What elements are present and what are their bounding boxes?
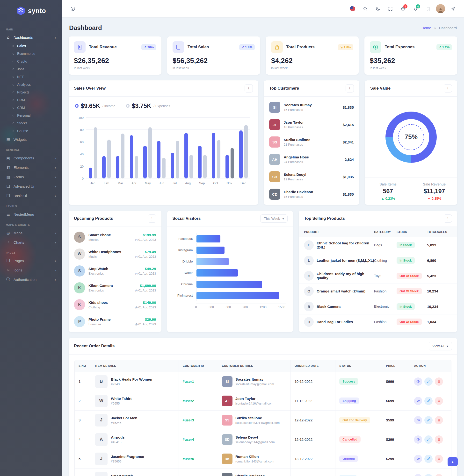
column-header: ACTION [410,360,451,372]
customer-row[interactable]: CD Charlie Davieson 15 Purchases $1,835 [264,186,359,203]
order-table-row[interactable]: 5 J Jasmine Fragrance#35656 #user5 RK Ro… [75,449,451,468]
view-order-button[interactable] [414,474,422,476]
sidebar-item-authentication[interactable]: ⓘAuthentication› [0,275,62,284]
order-table-row[interactable]: 6 S Smart Watch#622545 #user6 CD Charlie… [75,468,451,476]
sidebar-item-advanced-ui[interactable]: ❏Advanced Ui› [0,182,62,191]
top-selling-row[interactable]: H Hand Bag For Ladies Fashion Out Of Sto… [299,314,457,330]
week-filter-select[interactable]: This Week ▾ [260,215,288,223]
edit-order-button[interactable] [424,435,433,444]
order-table-row[interactable]: 4 A Airpods#45415 #user4 SD Selena Deoyl… [75,430,451,449]
upcoming-product-row[interactable]: S Smart Phone Mobiles $199.99 01 Apr, 20… [69,229,161,246]
view-order-button[interactable] [414,435,422,444]
sidebar-item-icons[interactable]: ☺Icons› [0,265,62,275]
customer-row[interactable]: JT Json Taylor 18 Purchases $2,415 [264,116,359,133]
sidebar-subitem-crm[interactable]: CRM [0,104,62,112]
upcoming-product-row[interactable]: W White Headphones Music $79.49 01 Apr, … [69,246,161,262]
cart-icon[interactable]: 4 [398,4,407,13]
sidebar-subitem-sales[interactable]: Sales [0,42,62,50]
month-bar-group [171,118,179,178]
sidebar-item-charts[interactable]: ◔Charts› [0,238,62,247]
top-selling-row[interactable]: O Orange smart watch (24mm) Fashion Out … [299,283,457,299]
language-flag-icon[interactable] [348,4,357,13]
sidebar-toggle-icon[interactable] [68,4,77,13]
ordered-date: 13-12-2022 [291,468,335,476]
item-name: Jacket For Men [111,416,137,420]
breadcrumb-home-link[interactable]: Home [421,26,431,30]
scroll-to-top-button[interactable]: ▲ [448,457,458,466]
upcoming-products-panel: Upcoming Products S Smart Phone Mobiles … [69,211,161,332]
sidebar-item-widgets[interactable]: ▦Widgets [0,135,62,144]
sidebar-item-forms[interactable]: ▤Forms› [0,172,62,182]
bookmark-icon[interactable] [423,4,433,13]
notifications-bell-icon[interactable]: 4 [411,4,420,13]
sidebar-item-components[interactable]: ▣Components› [0,153,62,163]
upcoming-product-row[interactable]: P Photo Frame Furniture $29.99 01 Apr, 2… [69,313,161,330]
chevron-right-icon: › [55,175,56,179]
sidebar-subitem-hrm[interactable]: HRM [0,96,62,104]
sidebar-item-basic-ui[interactable]: ❐Basic Ui› [0,191,62,200]
sidebar-subitem-analytics[interactable]: Analytics [0,81,62,88]
sidebar-subitem-personal[interactable]: Personal [0,112,62,119]
delete-order-button[interactable] [435,377,443,386]
delete-order-button[interactable] [435,416,443,424]
edit-order-button[interactable] [424,416,433,424]
top-selling-row[interactable]: E Ethnic School bag for children (24L) B… [299,237,457,253]
sidebar-subitem-stocks[interactable]: Stocks [0,119,62,127]
dark-mode-moon-icon[interactable] [373,4,382,13]
edit-order-button[interactable] [424,377,433,386]
sidebar-item-elements[interactable]: ◧Elements› [0,163,62,172]
edit-order-button[interactable] [424,474,433,476]
view-all-button[interactable]: View All ▾ [429,342,452,350]
settings-gear-icon[interactable] [449,4,458,13]
sidebar-subitem-projects[interactable]: Projects [0,88,62,96]
income-bar [198,146,202,178]
customer-row[interactable]: AH Angelina Hose 24 Purchases 2,624 [264,151,359,168]
delete-order-button[interactable] [435,397,443,405]
user-avatar[interactable] [436,4,445,13]
delete-order-button[interactable] [435,455,443,463]
delete-order-button[interactable] [435,435,443,444]
view-order-button[interactable] [414,377,422,386]
sidebar-subitem-label: NFT [17,75,24,79]
sidebar-subitem-course[interactable]: Course [0,127,62,135]
upcoming-product-row[interactable]: K Kids shoes Clothing $149.00 01 Apr, 20… [69,296,161,313]
sidebar-subitem-nft[interactable]: NFT [0,73,62,81]
customer-row[interactable]: SS Suzika Stallone 21 Purchases $2,341 [264,133,359,151]
panel-menu-button[interactable] [444,84,452,93]
fullscreen-icon[interactable] [386,4,395,13]
delete-order-button[interactable] [435,474,443,476]
customer-row[interactable]: SD Selena Deoyl 12 Purchases $1,035 [264,168,359,186]
brand-logo[interactable]: synto [0,0,62,22]
view-order-button[interactable] [414,416,422,424]
view-order-button[interactable] [414,455,422,463]
upcoming-product-row[interactable]: K Kikon Camera Electronics $1,699.00 01 … [69,280,161,296]
order-table-row[interactable]: 2 W White Tshirt#5655 #user2 JT Json Tay… [75,391,451,410]
sidebar-item-maps[interactable]: ◎Maps› [0,228,62,238]
upcoming-product-row[interactable]: S Stop Watch Electronics $49.29 01 Apr, … [69,262,161,280]
search-icon[interactable] [361,4,370,13]
panel-menu-button[interactable] [148,215,156,223]
top-selling-row[interactable]: B Black Camera Electronic In Stock 10,23… [299,299,457,314]
order-table-row[interactable]: 3 J Jacket For Men#15245 #user3 SS Suzik… [75,410,451,430]
sidebar-subitem-crypto[interactable]: Crypto [0,57,62,65]
top-selling-row[interactable]: C Childrens Teddy toy of high quality To… [299,268,457,283]
sidebar-item-nestedmenu[interactable]: ☰NestedMenu› [0,210,62,219]
panel-menu-button[interactable] [444,215,452,223]
order-table-row[interactable]: 1 B Black Heals For Women#2343 #user1 SI… [75,372,451,391]
top-navbar: 4 4 [62,0,464,17]
sidebar-subitem-ecommerce[interactable]: Ecommerce [0,50,62,57]
panel-menu-button[interactable] [346,84,354,93]
customer-row[interactable]: SI Socrates Itumay 15 Purchases $1,835 [264,99,359,116]
view-order-button[interactable] [414,397,422,405]
edit-order-button[interactable] [424,397,433,405]
sidebar-subitem-jobs[interactable]: Jobs [0,65,62,73]
edit-order-button[interactable] [424,455,433,463]
avatar: CD [222,473,232,476]
panel-menu-button[interactable] [245,84,253,93]
sidebar-item-pages[interactable]: ❒Pages› [0,256,62,265]
sidebar-item-dashboards[interactable]: ⌂Dashboards› [0,33,62,42]
top-selling-row[interactable]: L Leather jacket for men (S,M,L,XL) Clot… [299,253,457,268]
sidebar-item-label: Charts [14,240,52,244]
social-label: Facebook [174,237,196,241]
ordered-date: 12-12-2022 [291,430,335,449]
